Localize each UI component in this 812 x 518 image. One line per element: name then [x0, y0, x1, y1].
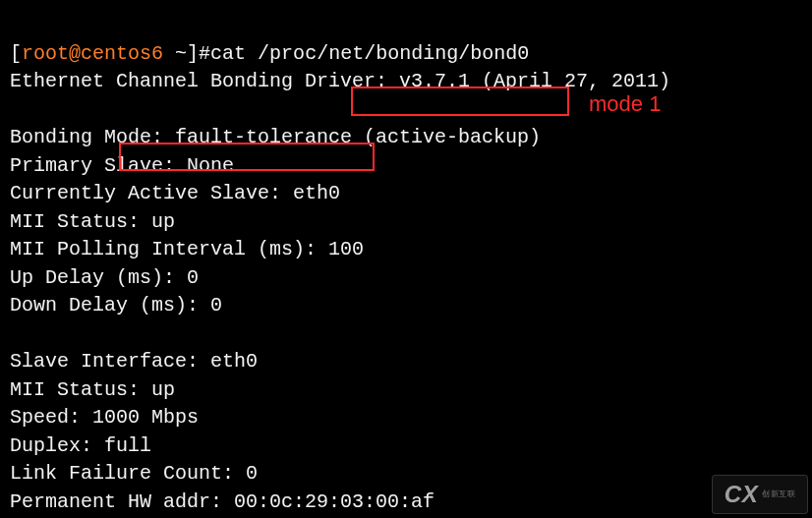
- output-currently-prefix: Currently: [10, 182, 128, 204]
- prompt-path: ~: [163, 42, 187, 65]
- terminal-output: [root@centos6 ~]#cat /proc/net/bonding/b…: [0, 0, 812, 518]
- output-mii-status: MII Status: up: [10, 210, 175, 233]
- prompt-host: centos6: [81, 42, 163, 65]
- prompt-user: root: [22, 42, 69, 65]
- output-mii-status-slave: MII Status: up: [10, 378, 175, 401]
- output-driver-line: Ethernet Channel Bonding Driver: v3.7.1 …: [10, 70, 670, 92]
- output-down-delay: Down Delay (ms): 0: [10, 294, 222, 317]
- output-currently-active: Active Slave: eth0: [128, 182, 340, 204]
- output-primary-slave: Primary Slave: None: [10, 154, 234, 177]
- prompt-hash: #: [199, 42, 210, 65]
- watermark-cx: CX: [725, 483, 758, 506]
- prompt-bracket-open: [: [10, 42, 22, 65]
- prompt-bracket-close: ]: [187, 42, 199, 65]
- output-hw-addr: Permanent HW addr: 00:0c:29:03:00:af: [10, 490, 435, 513]
- watermark-text: 创新互联: [762, 481, 795, 509]
- command-text: cat /proc/net/bonding/bond0: [210, 42, 529, 65]
- output-slave-iface: Slave Interface: eth0: [10, 350, 258, 373]
- output-duplex: Duplex: full: [10, 434, 151, 457]
- annotation-mode1: mode 1: [589, 90, 661, 119]
- output-mode-paren: (active-backup): [364, 126, 541, 148]
- output-speed: Speed: 1000 Mbps: [10, 406, 199, 429]
- output-mii-poll: MII Polling Interval (ms): 100: [10, 238, 364, 260]
- watermark-logo: CX 创新互联: [712, 475, 808, 514]
- output-link-fail: Link Failure Count: 0: [10, 462, 258, 485]
- output-up-delay: Up Delay (ms): 0: [10, 266, 199, 289]
- output-mode-prefix: Bonding Mode: fault-tolerance: [10, 126, 364, 148]
- prompt-at: @: [69, 42, 81, 65]
